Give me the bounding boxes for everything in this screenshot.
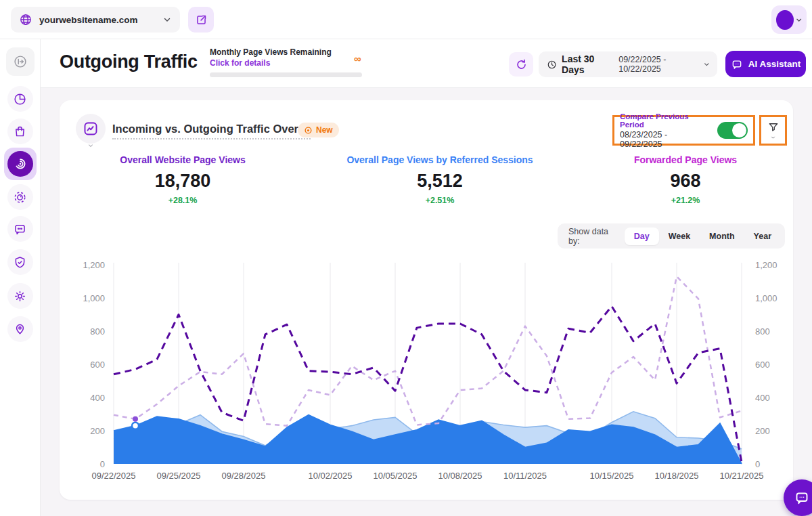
ai-assistant-label: AI Assistant bbox=[748, 59, 801, 69]
metric-delta: +2.51% bbox=[304, 196, 575, 205]
y-axis-label-right: 0 bbox=[755, 459, 760, 469]
sidebar-item-locations[interactable] bbox=[7, 316, 33, 342]
compare-toggle[interactable] bbox=[717, 122, 748, 139]
card-title[interactable]: Incoming vs. Outgoing Traffic Overall bbox=[112, 123, 311, 139]
x-axis-label: 10/21/2025 bbox=[719, 471, 763, 481]
location-pin-icon bbox=[13, 322, 27, 337]
camera-lens-icon bbox=[13, 190, 27, 205]
y-axis-label-left: 1,000 bbox=[83, 293, 105, 303]
quota-progress-bar bbox=[210, 72, 362, 77]
metric-label: Overall Page Views by Referred Sessions bbox=[304, 154, 575, 165]
chevron-down-icon bbox=[795, 16, 803, 24]
x-axis-label: 09/22/2025 bbox=[91, 471, 135, 481]
y-axis-label-left: 600 bbox=[90, 360, 105, 370]
sidebar-item-lens[interactable] bbox=[7, 184, 33, 210]
y-axis-label-right: 400 bbox=[755, 393, 770, 403]
data-point-marker[interactable] bbox=[132, 423, 139, 429]
sidebar-item-store[interactable] bbox=[7, 119, 33, 144]
sidebar-item-settings[interactable] bbox=[7, 283, 33, 309]
granularity-option-week[interactable]: Week bbox=[659, 228, 700, 245]
new-badge-icon bbox=[304, 126, 313, 135]
date-range-label: Last 30 Days bbox=[562, 53, 613, 75]
card-icon-wrap bbox=[76, 114, 106, 144]
y-axis-label-right: 1,200 bbox=[755, 260, 777, 270]
y-axis-label-left: 200 bbox=[90, 426, 105, 436]
traffic-chart[interactable]: 002002004004006006008008001,0001,0001,20… bbox=[60, 244, 793, 496]
funnel-icon bbox=[767, 121, 780, 133]
granularity-option-month[interactable]: Month bbox=[700, 228, 744, 245]
filter-button[interactable] bbox=[759, 115, 787, 146]
sidebar bbox=[0, 39, 41, 516]
compare-previous-period-control: Compare Previous Period 08/23/2025 - 09/… bbox=[612, 115, 755, 146]
chevron-down-icon bbox=[162, 15, 172, 24]
shield-check-icon bbox=[13, 255, 27, 270]
metric-label: Overall Website Page Views bbox=[47, 154, 318, 165]
gear-icon bbox=[13, 289, 27, 303]
metric-value: 968 bbox=[550, 171, 812, 192]
metrics-row: Overall Website Page Views18,780+28.1%Ov… bbox=[60, 154, 793, 219]
traffic-overview-card: Incoming vs. Outgoing Traffic Overall Ne… bbox=[60, 100, 793, 500]
user-menu[interactable] bbox=[771, 5, 807, 34]
sidebar-item-messages[interactable] bbox=[7, 216, 33, 242]
chevron-down-icon bbox=[703, 60, 710, 68]
y-axis-label-right: 600 bbox=[755, 360, 770, 370]
page-title: Outgoing Traffic bbox=[60, 51, 198, 72]
granularity-label: Show data by: bbox=[568, 227, 618, 246]
chat-bubble-icon bbox=[794, 490, 810, 506]
chevron-down-icon bbox=[769, 135, 777, 140]
y-axis-label-right: 1,000 bbox=[755, 293, 777, 303]
page-header: Outgoing Traffic Monthly Page Views Rema… bbox=[41, 39, 812, 88]
x-axis-label: 09/25/2025 bbox=[156, 471, 200, 481]
collapse-icon bbox=[13, 54, 28, 69]
metric-label: Forwarded Page Views bbox=[550, 154, 812, 165]
sidebar-item-traffic[interactable] bbox=[4, 148, 37, 180]
x-axis-label: 10/18/2025 bbox=[654, 471, 698, 481]
metric-3: Forwarded Page Views968+21.2% bbox=[550, 154, 812, 205]
new-badge: New bbox=[298, 123, 339, 137]
date-range-selector[interactable]: Last 30 Days 09/22/2025 - 10/22/2025 bbox=[539, 51, 717, 77]
avatar bbox=[776, 10, 794, 30]
y-axis-label-left: 1,200 bbox=[83, 260, 105, 270]
quota-details-link[interactable]: Click for details bbox=[210, 58, 372, 68]
quota-widget: Monthly Page Views Remaining Click for d… bbox=[210, 47, 372, 77]
x-axis-label: 10/05/2025 bbox=[373, 471, 417, 481]
line-series bbox=[114, 276, 742, 426]
date-range-value: 09/22/2025 - 10/22/2025 bbox=[618, 55, 700, 74]
quota-label: Monthly Page Views Remaining bbox=[210, 47, 372, 57]
line-chart-icon bbox=[83, 121, 99, 137]
external-link-icon bbox=[195, 14, 208, 26]
shopping-bag-icon bbox=[13, 125, 27, 139]
y-axis-label-left: 0 bbox=[100, 459, 105, 469]
open-website-button[interactable] bbox=[188, 7, 214, 33]
ai-chat-icon bbox=[731, 58, 743, 70]
x-axis-label: 09/28/2025 bbox=[221, 471, 265, 481]
y-axis-label-right: 800 bbox=[755, 326, 770, 337]
y-axis-label-left: 800 bbox=[90, 326, 105, 337]
granularity-option-day[interactable]: Day bbox=[625, 228, 659, 245]
metric-2: Overall Page Views by Referred Sessions5… bbox=[304, 154, 575, 205]
data-point-marker[interactable] bbox=[133, 416, 138, 422]
metric-delta: +21.2% bbox=[550, 196, 812, 205]
metric-delta: +28.1% bbox=[47, 196, 318, 205]
sidebar-item-dashboard[interactable] bbox=[7, 86, 33, 112]
website-selector[interactable]: yourwebsitename.com bbox=[11, 7, 180, 33]
x-axis-label: 10/08/2025 bbox=[438, 471, 482, 481]
refresh-button[interactable] bbox=[509, 52, 533, 77]
metric-1: Overall Website Page Views18,780+28.1% bbox=[47, 154, 318, 205]
ai-assistant-button[interactable]: AI Assistant bbox=[725, 51, 806, 77]
chevron-down-icon bbox=[87, 142, 95, 149]
y-axis-label-right: 200 bbox=[755, 426, 770, 436]
sidebar-item-security[interactable] bbox=[7, 249, 33, 275]
granularity-option-year[interactable]: Year bbox=[744, 228, 781, 245]
x-axis-label: 10/02/2025 bbox=[308, 471, 352, 481]
globe-icon bbox=[19, 13, 32, 26]
compare-label: Compare Previous Period bbox=[620, 112, 712, 129]
refresh-icon bbox=[515, 58, 528, 71]
website-name: yourwebsitename.com bbox=[39, 15, 162, 25]
clock-icon bbox=[547, 59, 557, 70]
traffic-radar-icon bbox=[13, 156, 28, 171]
compare-range: 08/23/2025 - 09/22/2025 bbox=[620, 130, 712, 149]
metric-value: 18,780 bbox=[47, 171, 318, 192]
sidebar-collapse-button[interactable] bbox=[6, 47, 35, 76]
y-axis-label-left: 400 bbox=[90, 393, 105, 403]
